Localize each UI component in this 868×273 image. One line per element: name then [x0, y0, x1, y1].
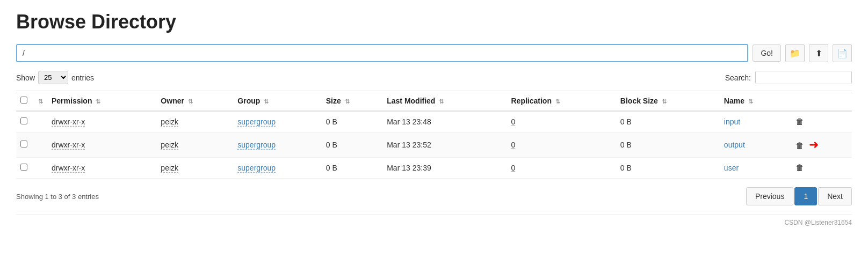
- row-checkbox-cell: [16, 158, 32, 179]
- footer-bar: Showing 1 to 3 of 3 entries Previous 1 N…: [16, 187, 852, 205]
- group-link[interactable]: supergroup: [237, 141, 276, 149]
- directory-table: ⇅ Permission ⇅ Owner ⇅ Group ⇅ Size ⇅ La…: [16, 91, 852, 179]
- th-permission[interactable]: Permission ⇅: [47, 91, 156, 112]
- row-permission: drwxr-xr-x: [47, 132, 156, 158]
- row-checkbox[interactable]: [20, 164, 27, 171]
- path-input[interactable]: [16, 44, 748, 62]
- delete-icon[interactable]: 🗑: [795, 141, 804, 151]
- row-block-size: 0 B: [616, 111, 720, 132]
- replication-link[interactable]: 0: [511, 117, 516, 126]
- th-checkbox: [16, 91, 32, 112]
- owner-link[interactable]: peizk: [161, 141, 178, 149]
- row-action: 🗑: [791, 111, 852, 132]
- row-sort-cell: [32, 132, 47, 158]
- previous-button[interactable]: Previous: [746, 187, 793, 205]
- row-size: 0 B: [322, 158, 382, 179]
- search-input[interactable]: [755, 71, 852, 84]
- th-group-label: Group: [237, 97, 260, 105]
- folder-icon: 📁: [790, 48, 800, 58]
- file-icon-button[interactable]: 📄: [833, 44, 852, 62]
- page-title: Browse Directory: [16, 11, 852, 33]
- page-1-button[interactable]: 1: [794, 187, 817, 205]
- th-last-modified[interactable]: Last Modified ⇅: [382, 91, 507, 112]
- go-button[interactable]: Go!: [753, 45, 781, 62]
- th-last-modified-label: Last Modified: [387, 97, 435, 105]
- block-size-sort-icon: ⇅: [662, 98, 667, 105]
- row-checkbox-cell: [16, 111, 32, 132]
- row-action: 🗑 ➜: [791, 132, 852, 158]
- row-last-modified: Mar 13 23:48: [382, 111, 507, 132]
- row-last-modified: Mar 13 23:39: [382, 158, 507, 179]
- search-bar: Search:: [725, 71, 852, 84]
- name-link[interactable]: output: [724, 141, 745, 149]
- th-permission-label: Permission: [52, 97, 92, 105]
- next-button[interactable]: Next: [818, 187, 852, 205]
- showing-text: Showing 1 to 3 of 3 entries: [16, 193, 99, 201]
- row-permission: drwxr-xr-x: [47, 111, 156, 132]
- row-name: output: [720, 132, 791, 158]
- row-checkbox[interactable]: [20, 141, 27, 147]
- group-sort-icon: ⇅: [264, 98, 269, 105]
- owner-sort-icon: ⇅: [188, 98, 193, 105]
- row-block-size: 0 B: [616, 158, 720, 179]
- th-size[interactable]: Size ⇅: [322, 91, 382, 112]
- row-permission: drwxr-xr-x: [47, 158, 156, 179]
- row-size: 0 B: [322, 111, 382, 132]
- row-owner: peizk: [156, 132, 233, 158]
- owner-link[interactable]: peizk: [161, 164, 178, 172]
- row-replication: 0: [507, 132, 616, 158]
- show-label: Show: [16, 73, 35, 82]
- row-replication: 0: [507, 158, 616, 179]
- row-name: user: [720, 158, 791, 179]
- row-replication: 0: [507, 111, 616, 132]
- th-name-label: Name: [724, 97, 744, 105]
- name-sort-icon: ⇅: [748, 98, 753, 105]
- th-owner-label: Owner: [161, 97, 184, 105]
- row-group: supergroup: [233, 132, 321, 158]
- arrow-indicator: ➜: [809, 138, 819, 151]
- row-checkbox-cell: [16, 132, 32, 158]
- th-size-label: Size: [326, 97, 341, 105]
- th-replication[interactable]: Replication ⇅: [507, 91, 616, 112]
- delete-icon[interactable]: 🗑: [795, 163, 804, 173]
- last-modified-sort-icon: ⇅: [439, 98, 444, 105]
- folder-icon-button[interactable]: 📁: [785, 44, 805, 62]
- table-row: drwxr-xr-x peizk supergroup 0 B Mar 13 2…: [16, 132, 852, 158]
- upload-icon: ⬆: [815, 48, 822, 58]
- row-owner: peizk: [156, 158, 233, 179]
- show-entries: Show 10 25 50 100 entries: [16, 71, 94, 84]
- th-owner[interactable]: Owner ⇅: [156, 91, 233, 112]
- permission-link[interactable]: drwxr-xr-x: [52, 117, 85, 126]
- permission-link[interactable]: drwxr-xr-x: [52, 164, 85, 172]
- search-label: Search:: [725, 73, 751, 82]
- row-size: 0 B: [322, 132, 382, 158]
- delete-icon[interactable]: 🗑: [795, 117, 804, 127]
- th-group[interactable]: Group ⇅: [233, 91, 321, 112]
- th-block-size-label: Block Size: [620, 97, 658, 105]
- owner-link[interactable]: peizk: [161, 117, 178, 126]
- permission-link[interactable]: drwxr-xr-x: [52, 141, 85, 149]
- table-row: drwxr-xr-x peizk supergroup 0 B Mar 13 2…: [16, 158, 852, 179]
- group-link[interactable]: supergroup: [237, 117, 276, 126]
- th-action: [791, 91, 852, 112]
- entries-label: entries: [71, 73, 94, 82]
- group-link[interactable]: supergroup: [237, 164, 276, 172]
- select-all-checkbox[interactable]: [20, 97, 27, 104]
- entries-select[interactable]: 10 25 50 100: [38, 71, 68, 84]
- watermark: CSDN @Listener31654: [16, 214, 852, 226]
- row-checkbox[interactable]: [20, 117, 27, 124]
- row-sort-cell: [32, 111, 47, 132]
- th-sort[interactable]: ⇅: [32, 91, 47, 112]
- sort-icon: ⇅: [38, 98, 43, 105]
- table-header-row: ⇅ Permission ⇅ Owner ⇅ Group ⇅ Size ⇅ La…: [16, 91, 852, 112]
- name-link[interactable]: input: [724, 117, 740, 126]
- th-name[interactable]: Name ⇅: [720, 91, 791, 112]
- row-group: supergroup: [233, 111, 321, 132]
- replication-link[interactable]: 0: [511, 164, 516, 172]
- upload-icon-button[interactable]: ⬆: [809, 44, 828, 62]
- name-link[interactable]: user: [724, 164, 739, 172]
- replication-link[interactable]: 0: [511, 141, 516, 149]
- pagination: Previous 1 Next: [746, 187, 852, 205]
- replication-sort-icon: ⇅: [555, 98, 560, 105]
- th-block-size[interactable]: Block Size ⇅: [616, 91, 720, 112]
